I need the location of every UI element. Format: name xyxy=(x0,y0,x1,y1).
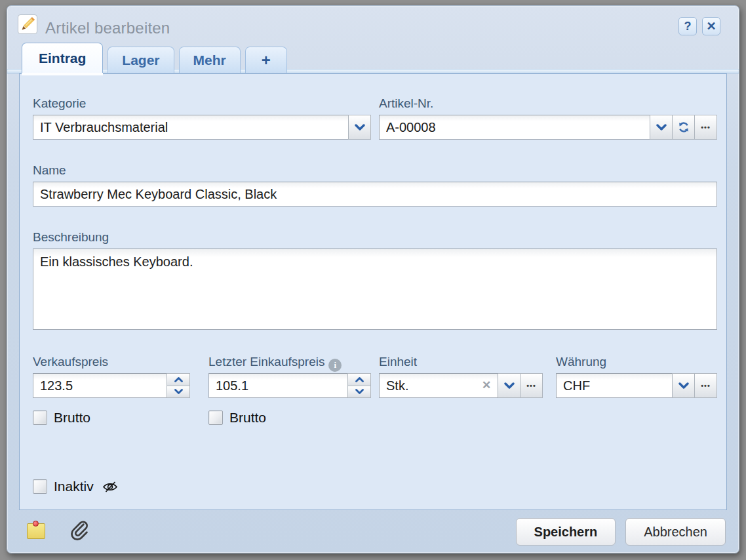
einkaufspreis-label-text: Letzter Einkaufspreis xyxy=(208,355,324,369)
beschreibung-textarea[interactable]: Ein klassisches Keyboard. xyxy=(33,249,717,330)
einkaufspreis-brutto-checkbox[interactable] xyxy=(208,410,223,425)
ellipsis-icon: ••• xyxy=(526,382,536,390)
help-icon: ? xyxy=(684,20,692,32)
note-pin-shape xyxy=(33,521,39,527)
einheit-field: ✕ ••• xyxy=(379,373,543,398)
chevron-down-icon xyxy=(504,382,515,389)
help-button[interactable]: ? xyxy=(678,17,697,35)
einheit-more-trigger[interactable]: ••• xyxy=(520,373,543,398)
artikelnr-field: ••• xyxy=(379,115,717,140)
dialog-titlebar[interactable]: Artikel bearbeiten ? ✕ xyxy=(7,6,739,43)
tab-bar: Eintrag Lager Mehr + xyxy=(22,41,287,73)
tab-add[interactable]: + xyxy=(245,47,287,73)
edit-article-dialog: Artikel bearbeiten ? ✕ Eintrag Lager Meh… xyxy=(7,5,739,553)
verkaufspreis-brutto-label[interactable]: Brutto xyxy=(54,410,90,426)
einkaufspreis-spinner xyxy=(347,373,371,398)
name-field xyxy=(33,182,717,207)
cancel-button[interactable]: Abbrechen xyxy=(625,518,726,546)
dialog-title: Artikel bearbeiten xyxy=(45,19,170,37)
close-icon: ✕ xyxy=(706,20,716,32)
waehrung-field: ••• xyxy=(556,373,717,398)
chevron-down-icon xyxy=(174,389,183,394)
verkaufspreis-brutto-row: Brutto xyxy=(33,410,90,426)
beschreibung-label: Beschreibung xyxy=(33,230,109,245)
save-button[interactable]: Speichern xyxy=(516,518,616,546)
inaktiv-label[interactable]: Inaktiv xyxy=(54,479,94,494)
einkaufspreis-input[interactable] xyxy=(208,373,348,398)
spin-down-button[interactable] xyxy=(347,386,371,399)
footer-buttons: Speichern Abbrechen xyxy=(516,518,726,546)
kategorie-dropdown-trigger[interactable] xyxy=(348,115,371,140)
einheit-label: Einheit xyxy=(379,355,417,369)
inaktiv-row: Inaktiv xyxy=(33,479,119,494)
artikelnr-dropdown-trigger[interactable] xyxy=(650,115,673,140)
desktop-background: { "window": { "title": "Artikel bearbeit… xyxy=(0,0,746,560)
close-button[interactable]: ✕ xyxy=(702,17,720,35)
form-panel: Kategorie Artikel-Nr. xyxy=(19,73,727,510)
kategorie-input[interactable] xyxy=(33,115,349,140)
verkaufspreis-input[interactable] xyxy=(33,373,167,398)
artikelnr-more-trigger[interactable]: ••• xyxy=(694,115,717,140)
dialog-footer: Speichern Abbrechen xyxy=(7,511,739,553)
waehrung-input[interactable] xyxy=(556,373,673,398)
tab-mehr[interactable]: Mehr xyxy=(179,47,241,73)
spin-up-button[interactable] xyxy=(167,373,190,386)
artikelnr-label: Artikel-Nr. xyxy=(379,96,433,111)
waehrung-more-trigger[interactable]: ••• xyxy=(694,373,717,398)
kategorie-label: Kategorie xyxy=(33,96,86,111)
chevron-up-icon xyxy=(174,377,183,382)
verkaufspreis-label: Verkaufspreis xyxy=(33,355,108,369)
ellipsis-icon: ••• xyxy=(701,123,711,131)
einkaufspreis-brutto-row: Brutto xyxy=(208,410,266,426)
note-icon[interactable] xyxy=(27,521,45,539)
name-input[interactable] xyxy=(33,182,717,207)
einkaufspreis-label: Letzter Einkaufspreisi xyxy=(208,355,342,372)
tab-lager[interactable]: Lager xyxy=(108,47,174,73)
chevron-down-icon xyxy=(678,382,689,389)
artikelnr-refresh-trigger[interactable] xyxy=(672,115,695,140)
paperclip-icon[interactable] xyxy=(68,519,90,541)
inaktiv-checkbox[interactable] xyxy=(33,479,47,494)
chevron-down-icon xyxy=(355,389,364,394)
einkaufspreis-field xyxy=(208,373,371,398)
kategorie-field xyxy=(33,115,371,140)
verkaufspreis-spinner xyxy=(167,373,190,398)
einkaufspreis-brutto-label[interactable]: Brutto xyxy=(229,410,266,426)
refresh-icon xyxy=(678,121,690,133)
waehrung-label: Währung xyxy=(556,355,606,369)
einheit-dropdown-trigger[interactable] xyxy=(498,373,520,398)
chevron-up-icon xyxy=(355,377,364,382)
chevron-down-icon xyxy=(656,124,667,130)
spin-up-button[interactable] xyxy=(347,373,371,386)
waehrung-dropdown-trigger[interactable] xyxy=(672,373,695,398)
ellipsis-icon: ••• xyxy=(701,382,711,390)
clear-icon[interactable]: ✕ xyxy=(480,379,493,392)
einheit-inputwrap: ✕ xyxy=(379,373,498,398)
chevron-down-icon xyxy=(355,124,365,130)
artikelnr-input[interactable] xyxy=(379,115,650,140)
spin-down-button[interactable] xyxy=(167,386,190,399)
edit-pencil-icon xyxy=(18,14,37,34)
info-icon: i xyxy=(328,359,342,372)
name-label: Name xyxy=(33,163,66,178)
tab-eintrag[interactable]: Eintrag xyxy=(22,43,103,73)
eye-slash-icon xyxy=(102,481,119,493)
verkaufspreis-brutto-checkbox[interactable] xyxy=(33,410,47,425)
verkaufspreis-field xyxy=(33,373,190,398)
